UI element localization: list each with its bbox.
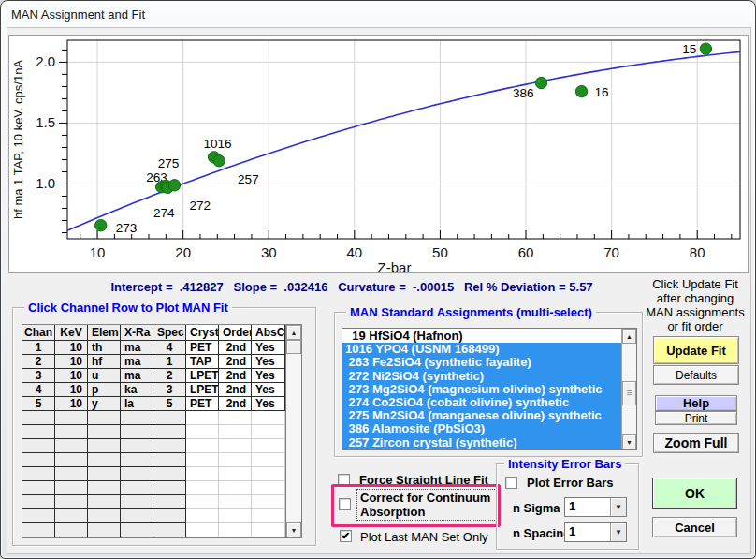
- table-cell[interactable]: [121, 523, 153, 537]
- table-cell[interactable]: [252, 439, 285, 453]
- table-cell[interactable]: 3: [153, 383, 186, 397]
- plot-last-man-checkbox[interactable]: ✔: [340, 530, 352, 542]
- table-cell[interactable]: [121, 481, 153, 495]
- list-item[interactable]: 274 Co2SiO4 (cobalt olivine) synthetic: [342, 396, 621, 409]
- table-cell[interactable]: Yes: [252, 355, 285, 369]
- table-cell[interactable]: PET: [186, 397, 219, 411]
- table-cell[interactable]: [88, 467, 121, 481]
- table-cell[interactable]: [88, 481, 121, 495]
- table-cell[interactable]: [88, 495, 121, 509]
- table-cell[interactable]: [186, 523, 219, 537]
- table-cell[interactable]: la: [121, 397, 153, 411]
- scroll-down-icon[interactable]: ▼: [286, 522, 301, 537]
- table-cell[interactable]: [186, 439, 219, 453]
- table-cell[interactable]: 5: [22, 397, 55, 411]
- table-cell[interactable]: [186, 495, 219, 509]
- scroll-down-icon[interactable]: ▼: [622, 434, 636, 449]
- scroll-up-icon[interactable]: ▲: [622, 329, 636, 344]
- list-item[interactable]: 272 Ni2SiO4 (synthetic): [342, 370, 621, 383]
- table-cell[interactable]: 3: [22, 369, 55, 383]
- table-cell[interactable]: ma: [121, 369, 153, 383]
- table-cell[interactable]: 2nd: [219, 355, 252, 369]
- assignments-list-items[interactable]: 19 HfSiO4 (Hafnon)1016 YPO4 (USNM 168499…: [342, 329, 621, 449]
- table-cell[interactable]: [22, 425, 55, 439]
- table-cell[interactable]: [88, 411, 121, 425]
- help-button[interactable]: Help: [655, 395, 737, 411]
- continuum-absorption-checkbox[interactable]: [339, 498, 351, 510]
- table-cell[interactable]: 1: [153, 355, 186, 369]
- table-cell[interactable]: [55, 411, 88, 425]
- table-cell[interactable]: 4: [22, 383, 55, 397]
- scrollbar-track[interactable]: [286, 354, 301, 522]
- table-cell[interactable]: [55, 481, 88, 495]
- table-cell[interactable]: [252, 467, 285, 481]
- table-cell[interactable]: 10: [55, 355, 88, 369]
- table-cell[interactable]: PET: [186, 341, 219, 355]
- table-cell[interactable]: [55, 453, 88, 467]
- table-cell[interactable]: [121, 453, 153, 467]
- table-cell[interactable]: [55, 439, 88, 453]
- table-cell[interactable]: [88, 439, 121, 453]
- scroll-up-icon[interactable]: ▲: [286, 325, 301, 340]
- table-cell[interactable]: [252, 411, 285, 425]
- list-item[interactable]: 19 HfSiO4 (Hafnon): [342, 330, 621, 343]
- table-cell[interactable]: [252, 509, 285, 523]
- table-row[interactable]: [22, 411, 285, 425]
- table-cell[interactable]: u: [88, 369, 121, 383]
- chevron-down-icon[interactable]: ▼: [610, 498, 626, 516]
- table-cell[interactable]: 2nd: [219, 383, 252, 397]
- table-cell[interactable]: [121, 495, 153, 509]
- table-cell[interactable]: [121, 439, 153, 453]
- table-cell[interactable]: [252, 495, 285, 509]
- table-cell[interactable]: [55, 425, 88, 439]
- table-cell[interactable]: ma: [121, 355, 153, 369]
- print-button[interactable]: Print: [655, 411, 737, 425]
- table-cell[interactable]: [219, 509, 252, 523]
- force-straight-line-checkbox[interactable]: [338, 474, 350, 486]
- table-cell[interactable]: 5: [153, 397, 186, 411]
- assignments-listbox[interactable]: 19 HfSiO4 (Hafnon)1016 YPO4 (USNM 168499…: [342, 328, 637, 450]
- table-cell[interactable]: 10: [55, 369, 88, 383]
- table-cell[interactable]: [55, 523, 88, 537]
- table-cell[interactable]: [219, 453, 252, 467]
- scrollbar-thumb[interactable]: [286, 340, 301, 354]
- table-cell[interactable]: [22, 481, 55, 495]
- table-cell[interactable]: [22, 523, 55, 537]
- table-cell[interactable]: [55, 467, 88, 481]
- table-cell[interactable]: [219, 439, 252, 453]
- channel-table[interactable]: ChanKeVElemX-RaSpecCrystOrderAbsC110thma…: [22, 324, 302, 538]
- table-cell[interactable]: [252, 481, 285, 495]
- list-item[interactable]: 263 Fe2SiO4 (synthetic fayalite): [342, 356, 621, 369]
- n-spacing-dropdown[interactable]: 1 ▼: [564, 522, 627, 542]
- list-item[interactable]: 386 Alamosite (PbSiO3): [342, 422, 621, 435]
- chevron-down-icon[interactable]: ▼: [610, 523, 626, 541]
- ok-button[interactable]: OK: [652, 478, 737, 509]
- table-cell[interactable]: [153, 439, 186, 453]
- table-cell[interactable]: [219, 495, 252, 509]
- channel-table-scrollbar[interactable]: ▲ ▼: [285, 325, 301, 537]
- table-cell[interactable]: [121, 467, 153, 481]
- table-cell[interactable]: [55, 495, 88, 509]
- table-cell[interactable]: [153, 411, 186, 425]
- table-cell[interactable]: Yes: [252, 383, 285, 397]
- table-cell[interactable]: Yes: [252, 369, 285, 383]
- title-bar[interactable]: MAN Assignment and Fit: [1, 1, 755, 28]
- table-cell[interactable]: LPET: [186, 383, 219, 397]
- defaults-button[interactable]: Defaults: [653, 365, 739, 385]
- table-cell[interactable]: [22, 495, 55, 509]
- table-row[interactable]: 110thma4PET2ndYes: [22, 341, 285, 355]
- table-row[interactable]: [22, 481, 285, 495]
- list-item[interactable]: 1016 YPO4 (USNM 168499): [342, 343, 621, 356]
- table-cell[interactable]: ka: [121, 383, 153, 397]
- table-cell[interactable]: [22, 467, 55, 481]
- table-cell[interactable]: [88, 523, 121, 537]
- table-row[interactable]: 210hfma1TAP2ndYes: [22, 355, 285, 369]
- table-row[interactable]: [22, 439, 285, 453]
- table-row[interactable]: [22, 509, 285, 523]
- table-cell[interactable]: [153, 467, 186, 481]
- zoom-full-button[interactable]: Zoom Full: [653, 433, 739, 453]
- table-cell[interactable]: 10: [55, 383, 88, 397]
- table-row[interactable]: [22, 453, 285, 467]
- table-cell[interactable]: [186, 453, 219, 467]
- table-cell[interactable]: [153, 523, 186, 537]
